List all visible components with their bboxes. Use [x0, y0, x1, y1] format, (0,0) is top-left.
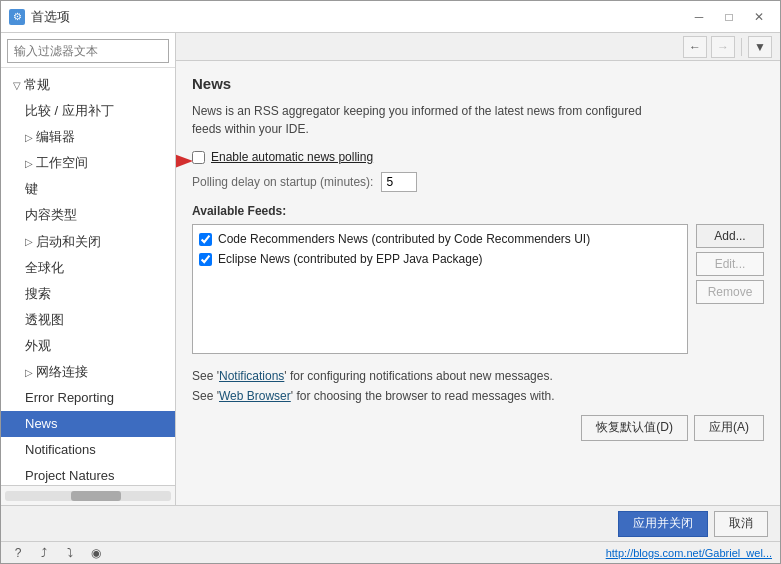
feeds-buttons: Add... Edit... Remove — [696, 224, 764, 354]
close-button[interactable]: ✕ — [746, 7, 772, 27]
web-browser-link[interactable]: Web Browser — [219, 389, 291, 403]
titlebar: ⚙ 首选项 ─ □ ✕ — [1, 1, 780, 33]
restore-defaults-button[interactable]: 恢复默认值(D) — [581, 415, 688, 441]
export-icon[interactable]: ⤵ — [61, 544, 79, 562]
footer-line-2: See 'Web Browser' for choosing the brows… — [192, 386, 764, 406]
bottom-bar: 应用并关闭 取消 — [1, 505, 780, 541]
footer-line2-pre: See ' — [192, 389, 219, 403]
feeds-section-label: Available Feeds: — [192, 204, 764, 218]
tree-area: ▽ 常规 比较 / 应用补丁 ▷ 编辑器 ▷ 工作空间 键 内容类型 ▷ 启动和… — [1, 68, 175, 485]
checkbox-container: Enable automatic news polling — [192, 150, 764, 164]
expand-arrow: ▽ — [13, 77, 21, 94]
remove-feed-button[interactable]: Remove — [696, 280, 764, 304]
feed-item-2: Eclipse News (contributed by EPP Java Pa… — [197, 249, 683, 269]
sidebar: ▽ 常规 比较 / 应用补丁 ▷ 编辑器 ▷ 工作空间 键 内容类型 ▷ 启动和… — [1, 33, 176, 505]
sidebar-item-bijiao[interactable]: 比较 / 应用补丁 — [1, 98, 175, 124]
forward-button[interactable]: → — [711, 36, 735, 58]
sidebar-item-error-reporting[interactable]: Error Reporting — [1, 385, 175, 411]
back-icon: ← — [689, 40, 701, 54]
window-title: 首选项 — [31, 8, 686, 26]
apply-close-button[interactable]: 应用并关闭 — [618, 511, 708, 537]
settings-icon[interactable]: ◉ — [87, 544, 105, 562]
expand-arrow-network: ▷ — [25, 364, 33, 381]
sidebar-item-project-natures[interactable]: Project Natures — [1, 463, 175, 485]
footer-line-1: See 'Notifications' for configuring noti… — [192, 366, 764, 386]
page-title: News — [192, 75, 764, 92]
footer-line1-post: ' for configuring notifications about ne… — [284, 369, 552, 383]
sidebar-hscroll[interactable] — [1, 485, 175, 505]
sidebar-item-waiguan[interactable]: 外观 — [1, 333, 175, 359]
toolbar-separator — [741, 38, 742, 56]
footer-line1-pre: See ' — [192, 369, 219, 383]
expand-arrow-qidong: ▷ — [25, 233, 33, 250]
enable-polling-label: Enable automatic news polling — [211, 150, 373, 164]
sidebar-item-jian[interactable]: 键 — [1, 176, 175, 202]
scrollbar-thumb — [71, 491, 121, 501]
feed-checkbox-2[interactable] — [199, 253, 212, 266]
feeds-area: Code Recommenders News (contributed by C… — [192, 224, 764, 354]
sidebar-item-workspace[interactable]: ▷ 工作空间 — [1, 150, 175, 176]
add-feed-button[interactable]: Add... — [696, 224, 764, 248]
sidebar-item-sousuo[interactable]: 搜索 — [1, 281, 175, 307]
dropdown-button[interactable]: ▼ — [748, 36, 772, 58]
content-action-row: 恢复默认值(D) 应用(A) — [192, 415, 764, 441]
window-icon: ⚙ — [9, 9, 25, 25]
enable-polling-checkbox[interactable] — [192, 151, 205, 164]
polling-value-input[interactable] — [381, 172, 417, 192]
apply-button[interactable]: 应用(A) — [694, 415, 764, 441]
status-link[interactable]: http://blogs.com.net/Gabriel_wel... — [606, 547, 772, 559]
notifications-link[interactable]: Notifications — [219, 369, 284, 383]
sidebar-item-toushitu[interactable]: 透视图 — [1, 307, 175, 333]
page-description: News is an RSS aggregator keeping you in… — [192, 102, 652, 138]
maximize-button[interactable]: □ — [716, 7, 742, 27]
preferences-window: ⚙ 首选项 ─ □ ✕ ▽ 常规 比较 / 应用补丁 ▷ 编辑器 — [0, 0, 781, 564]
expand-arrow-workspace: ▷ — [25, 155, 33, 172]
expand-arrow-bianji: ▷ — [25, 129, 33, 146]
feed-item-1: Code Recommenders News (contributed by C… — [197, 229, 683, 249]
sidebar-item-bianji[interactable]: ▷ 编辑器 — [1, 124, 175, 150]
sidebar-item-quanjiuhua[interactable]: 全球化 — [1, 255, 175, 281]
feed-label-1: Code Recommenders News (contributed by C… — [218, 232, 590, 246]
edit-feed-button[interactable]: Edit... — [696, 252, 764, 276]
polling-delay-row: Polling delay on startup (minutes): — [192, 172, 764, 192]
sidebar-item-news[interactable]: News — [1, 411, 175, 437]
cancel-button[interactable]: 取消 — [714, 511, 768, 537]
dropdown-icon: ▼ — [754, 40, 766, 54]
minimize-button[interactable]: ─ — [686, 7, 712, 27]
feeds-list: Code Recommenders News (contributed by C… — [192, 224, 688, 354]
sidebar-item-notifications[interactable]: Notifications — [1, 437, 175, 463]
polling-delay-label: Polling delay on startup (minutes): — [192, 175, 373, 189]
main-toolbar: ← → ▼ — [176, 33, 780, 61]
feed-label-2: Eclipse News (contributed by EPP Java Pa… — [218, 252, 483, 266]
sidebar-item-neirong[interactable]: 内容类型 — [1, 202, 175, 228]
sidebar-item-general[interactable]: ▽ 常规 — [1, 72, 175, 98]
horizontal-scrollbar[interactable] — [5, 491, 171, 501]
search-box — [1, 33, 175, 68]
help-icon[interactable]: ? — [9, 544, 27, 562]
sidebar-item-qidong[interactable]: ▷ 启动和关闭 — [1, 229, 175, 255]
filter-input[interactable] — [7, 39, 169, 63]
forward-icon: → — [717, 40, 729, 54]
window-controls: ─ □ ✕ — [686, 7, 772, 27]
footer-links: See 'Notifications' for configuring noti… — [192, 366, 764, 407]
footer-line2-post: ' for choosing the browser to read messa… — [291, 389, 555, 403]
back-button[interactable]: ← — [683, 36, 707, 58]
status-bar: ? ⤴ ⤵ ◉ http://blogs.com.net/Gabriel_wel… — [1, 541, 780, 563]
content-area: ▽ 常规 比较 / 应用补丁 ▷ 编辑器 ▷ 工作空间 键 内容类型 ▷ 启动和… — [1, 33, 780, 505]
sidebar-item-network[interactable]: ▷ 网络连接 — [1, 359, 175, 385]
enable-polling-row: Enable automatic news polling — [192, 150, 764, 164]
main-panel: ← → ▼ News News is an RSS aggregator kee… — [176, 33, 780, 505]
main-content: News News is an RSS aggregator keeping y… — [176, 61, 780, 505]
feed-checkbox-1[interactable] — [199, 233, 212, 246]
import-icon[interactable]: ⤴ — [35, 544, 53, 562]
status-icons: ? ⤴ ⤵ ◉ — [9, 544, 105, 562]
